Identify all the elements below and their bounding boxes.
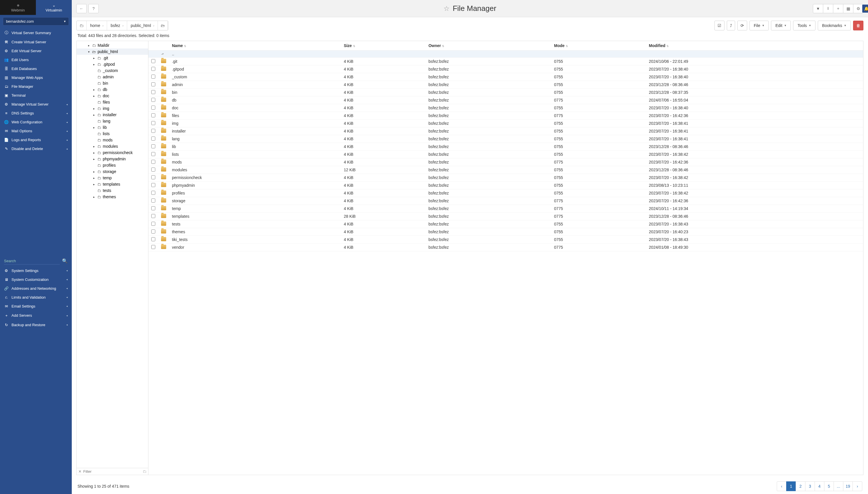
table-row[interactable]: bin 4 KiB bsfez:bsfez 0755 2023/12/28 - … (148, 89, 863, 96)
table-row[interactable]: phpmyadmin 4 KiB bsfez:bsfez 0755 2023/0… (148, 182, 863, 189)
table-row[interactable]: permissioncheck 4 KiB bsfez:bsfez 0755 2… (148, 174, 863, 182)
tree-node[interactable]: 🗀_custom (77, 68, 148, 74)
row-checkbox[interactable] (151, 175, 155, 179)
tree-node[interactable]: ▸🗀doc (77, 93, 148, 99)
breadcrumb-root-icon[interactable]: 🗀 (77, 21, 87, 30)
nav-item[interactable]: 📄Logs and Reports◂ (0, 135, 72, 144)
table-row[interactable]: db 4 KiB bsfez:bsfez 0775 2024/07/06 - 1… (148, 96, 863, 104)
row-checkbox[interactable] (151, 98, 155, 102)
nav-item[interactable]: ＋Add Servers◂ (0, 311, 72, 320)
table-row[interactable]: .gitpod 4 KiB bsfez:bsfez 0755 2023/07/2… (148, 65, 863, 73)
expand-icon[interactable]: ▸ (92, 113, 96, 116)
tree-node[interactable]: 🗀mods (77, 137, 148, 143)
nav-item[interactable]: 🛠Create Virtual Server (0, 38, 72, 46)
expand-icon[interactable]: ▸ (92, 63, 96, 66)
row-checkbox[interactable] (151, 136, 155, 140)
expand-icon[interactable]: ▸ (92, 145, 96, 148)
tree-node[interactable]: ▸🗀db (77, 87, 148, 93)
clear-filter-icon[interactable]: ✕ (78, 469, 81, 474)
breadcrumb-segment[interactable]: public_html› (127, 21, 158, 30)
expand-icon[interactable]: ▸ (92, 183, 96, 186)
tools-menu[interactable]: Tools▼ (793, 21, 815, 31)
col-name[interactable]: Name⇅ (169, 41, 341, 51)
delete-button[interactable]: 🗑 (853, 21, 863, 31)
tree-node[interactable]: ▸🗀installer (77, 112, 148, 118)
nav-item[interactable]: ≡DNS Settings◂ (0, 109, 72, 118)
domain-selector[interactable]: bernardsfez.com (3, 17, 69, 25)
table-row[interactable]: lib 4 KiB bsfez:bsfez 0755 2023/12/28 - … (148, 143, 863, 151)
row-checkbox[interactable] (151, 82, 155, 87)
tree-node[interactable]: ▾🗁public_html (77, 49, 148, 55)
tree-node[interactable]: ▸🗀phpmyadmin (77, 156, 148, 162)
row-checkbox[interactable] (151, 222, 155, 226)
row-checkbox[interactable] (151, 59, 155, 63)
nav-item[interactable]: 🗂File Manager (0, 82, 72, 91)
add-button[interactable]: ＋ (833, 4, 843, 13)
row-checkbox[interactable] (151, 245, 155, 249)
row-checkbox[interactable] (151, 106, 155, 110)
notifications-icon[interactable]: 🔔 (862, 5, 868, 13)
tree-filter-input[interactable] (83, 469, 141, 474)
col-size[interactable]: Size⇅ (341, 41, 426, 51)
breadcrumb-open-icon[interactable]: 🗁 (158, 21, 168, 30)
expand-icon[interactable]: ▸ (87, 44, 90, 47)
row-checkbox[interactable] (151, 113, 155, 117)
nav-item[interactable]: 🖥System Customization◂ (0, 275, 72, 284)
tree-node[interactable]: ▸🗀lib (77, 124, 148, 131)
page-button[interactable]: › (852, 481, 862, 491)
nav-item[interactable]: ▥Manage Web Apps (0, 73, 72, 82)
bookmarks-menu[interactable]: Bookmarks▼ (818, 21, 851, 31)
table-row[interactable]: themes 4 KiB bsfez:bsfez 0755 2023/07/20… (148, 228, 863, 236)
tree-node[interactable]: 🗀files (77, 99, 148, 105)
expand-icon[interactable]: ▾ (87, 50, 90, 53)
tree-node[interactable]: ▸🗀temp (77, 175, 148, 181)
tree-node[interactable]: ▸🗀Maildir (77, 42, 148, 49)
tree-node[interactable]: 🗀lang (77, 118, 148, 124)
row-checkbox[interactable] (151, 90, 155, 94)
expand-icon[interactable]: ▸ (92, 94, 96, 97)
tree-node[interactable]: ▸🗀.git (77, 55, 148, 61)
page-button[interactable]: ... (834, 481, 843, 491)
row-checkbox[interactable] (151, 152, 155, 156)
row-checkbox[interactable] (151, 144, 155, 148)
expand-icon[interactable]: ▸ (92, 126, 96, 129)
table-row[interactable]: _custom 4 KiB bsfez:bsfez 0755 2023/07/2… (148, 73, 863, 81)
row-checkbox[interactable] (151, 160, 155, 164)
expand-icon[interactable]: ▸ (92, 170, 96, 173)
row-checkbox[interactable] (151, 237, 155, 241)
share-button[interactable]: ⤴ (727, 21, 735, 31)
page-button[interactable]: 1 (786, 481, 796, 491)
nav-item[interactable]: ⚙Manage Virtual Server◂ (0, 100, 72, 109)
view-button[interactable]: ▦ (843, 4, 853, 13)
tree-node[interactable]: 🗀bin (77, 80, 148, 87)
help-button[interactable]: ? (88, 4, 99, 13)
table-row[interactable]: lists 4 KiB bsfez:bsfez 0755 2023/07/20 … (148, 151, 863, 158)
table-row[interactable]: modules 12 KiB bsfez:bsfez 0755 2023/12/… (148, 166, 863, 174)
nav-item[interactable]: 🌐Web Configuration◂ (0, 118, 72, 127)
page-button[interactable]: 2 (796, 481, 806, 491)
expand-icon[interactable]: ▸ (92, 151, 96, 154)
expand-icon[interactable]: ▸ (92, 176, 96, 179)
table-row[interactable]: templates 28 KiB bsfez:bsfez 0775 2023/1… (148, 213, 863, 220)
row-checkbox[interactable] (151, 214, 155, 218)
row-checkbox[interactable] (151, 168, 155, 172)
tab-webmin[interactable]: ⎈ Webmin (0, 0, 36, 15)
nav-item[interactable]: ⚙System Settings◂ (0, 266, 72, 275)
table-row[interactable]: doc 4 KiB bsfez:bsfez 0755 2023/07/20 - … (148, 104, 863, 112)
row-checkbox[interactable] (151, 183, 155, 187)
tree-node[interactable]: ▸🗀themes (77, 194, 148, 200)
expand-icon[interactable]: ▸ (92, 88, 96, 91)
table-row[interactable]: mods 4 KiB bsfez:bsfez 0775 2023/07/20 -… (148, 158, 863, 166)
col-owner[interactable]: Owner⇅ (426, 41, 551, 51)
settings-button[interactable]: ⚙ (853, 4, 863, 13)
refresh-button[interactable]: ⟳ (737, 21, 747, 31)
nav-item[interactable]: 🔗Addresses and Networking◂ (0, 284, 72, 293)
nav-item[interactable]: 🗄Edit Databases (0, 64, 72, 73)
search-icon[interactable]: 🔍 (62, 258, 68, 264)
expand-icon[interactable]: ▸ (92, 157, 96, 160)
breadcrumb-segment[interactable]: bsfez› (107, 21, 127, 30)
parent-dir-row[interactable]: ⬏.. (148, 51, 863, 58)
select-button[interactable]: ☑ (715, 21, 724, 31)
columns-button[interactable]: ⦀ (823, 4, 833, 13)
filter-button[interactable]: ▼ (813, 4, 823, 13)
